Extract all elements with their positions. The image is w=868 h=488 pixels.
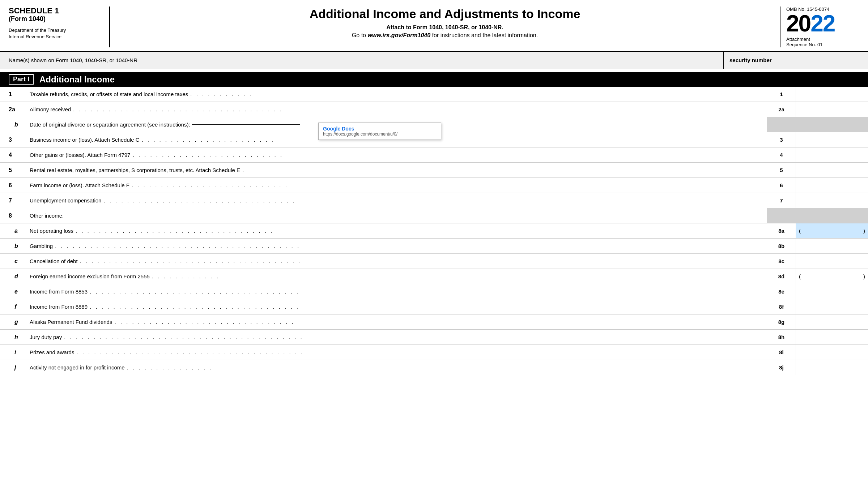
- line-value-6[interactable]: [796, 178, 868, 193]
- table-row: i Prizes and awards . . . . . . . . . . …: [0, 345, 868, 360]
- input-line-8e[interactable]: [799, 288, 865, 295]
- attach-text: Attach to Form 1040, 1040-SR, or 1040-NR…: [117, 24, 773, 31]
- line-desc-8i: Prizes and awards . . . . . . . . . . . …: [25, 345, 767, 360]
- line-desc-1: Taxable refunds, credits, or offsets of …: [25, 87, 767, 102]
- line-value-2a[interactable]: [796, 102, 868, 117]
- input-line-4[interactable]: [799, 151, 865, 159]
- table-row: h Jury duty pay . . . . . . . . . . . . …: [0, 330, 868, 345]
- table-row: f Income from Form 8889 . . . . . . . . …: [0, 299, 868, 314]
- line-number-1: 1: [0, 87, 25, 102]
- line-number-2b: b: [0, 117, 25, 132]
- attachment-text: Attachment Sequence No. 01: [786, 37, 859, 47]
- line-value-7[interactable]: [796, 193, 868, 208]
- input-line-8d[interactable]: [801, 273, 863, 280]
- input-line-8i[interactable]: [799, 348, 865, 356]
- input-line-7[interactable]: [799, 197, 865, 204]
- line-desc-7: Unemployment compensation . . . . . . . …: [25, 193, 767, 208]
- input-line-3[interactable]: [799, 136, 865, 144]
- input-line-1[interactable]: [799, 90, 865, 98]
- line-value-8f[interactable]: [796, 299, 868, 314]
- table-row: e Income from Form 8853 . . . . . . . . …: [0, 284, 868, 299]
- input-line-8j[interactable]: [799, 364, 865, 371]
- line-desc-8b: Gambling . . . . . . . . . . . . . . . .…: [25, 239, 767, 253]
- part1-header: Part I Additional Income: [0, 72, 868, 87]
- line-number-2a: 2a: [0, 102, 25, 117]
- line-value-3[interactable]: [796, 132, 868, 147]
- line-desc-5: Rental real estate, royalties, partnersh…: [25, 163, 767, 177]
- line-value-1[interactable]: [796, 87, 868, 102]
- line-value-8g[interactable]: [796, 314, 868, 329]
- table-row: a Net operating loss . . . . . . . . . .…: [0, 223, 868, 239]
- line-number-8c: c: [0, 254, 25, 269]
- line-desc-8a: Net operating loss . . . . . . . . . . .…: [25, 223, 767, 238]
- table-row: g Alaska Permanent Fund dividends . . . …: [0, 314, 868, 330]
- line-desc-8h: Jury duty pay . . . . . . . . . . . . . …: [25, 330, 767, 344]
- input-line-2a[interactable]: [799, 106, 865, 113]
- line-desc-8j: Activity not engaged in for profit incom…: [25, 360, 767, 375]
- line-box-8a: 8a: [767, 223, 796, 238]
- line-box-3: 3: [767, 132, 796, 147]
- line-box-5: 5: [767, 163, 796, 177]
- input-line-8h[interactable]: [799, 333, 865, 341]
- name-row: Name(s) shown on Form 1040, 1040-SR, or …: [0, 52, 868, 69]
- line-desc-8c: Cancellation of debt . . . . . . . . . .…: [25, 254, 767, 269]
- line-value-8j[interactable]: [796, 360, 868, 375]
- header-left: SCHEDULE 1 (Form 1040) Department of the…: [9, 7, 110, 47]
- line-number-8g: g: [0, 314, 25, 329]
- line-value-8b[interactable]: [796, 239, 868, 253]
- input-line-8c[interactable]: [799, 257, 865, 265]
- line-value-8e[interactable]: [796, 284, 868, 299]
- line-value-8d[interactable]: ( ): [796, 269, 868, 284]
- table-row: d Foreign earned income exclusion from F…: [0, 269, 868, 284]
- line-number-4: 4: [0, 147, 25, 162]
- line-number-8h: h: [0, 330, 25, 344]
- header: SCHEDULE 1 (Form 1040) Department of the…: [0, 0, 868, 52]
- table-row: 5 Rental real estate, royalties, partner…: [0, 163, 868, 178]
- line-box-8i: 8i: [767, 345, 796, 360]
- table-row: 1 Taxable refunds, credits, or offsets o…: [0, 87, 868, 102]
- line-number-5: 5: [0, 163, 25, 177]
- line-value-8c[interactable]: [796, 254, 868, 269]
- line-box-1: 1: [767, 87, 796, 102]
- line-box-8f: 8f: [767, 299, 796, 314]
- line-box-8e: 8e: [767, 284, 796, 299]
- line-box-8d: 8d: [767, 269, 796, 284]
- line-number-8d: d: [0, 269, 25, 284]
- table-row: 2a Alimony received . . . . . . . . . . …: [0, 102, 868, 117]
- table-row: b Gambling . . . . . . . . . . . . . . .…: [0, 239, 868, 254]
- date-underline: [192, 124, 300, 125]
- line-value-8i[interactable]: [796, 345, 868, 360]
- input-line-6[interactable]: [799, 181, 865, 189]
- input-line-8b[interactable]: [799, 242, 865, 250]
- line-desc-6: Farm income or (loss). Attach Schedule F…: [25, 178, 767, 193]
- line-box-8b: 8b: [767, 239, 796, 253]
- line-desc-8f: Income from Form 8889 . . . . . . . . . …: [25, 299, 767, 314]
- line-box-2b: [767, 117, 796, 132]
- line-desc-8g: Alaska Permanent Fund dividends . . . . …: [25, 314, 767, 329]
- year-display: 2022: [786, 12, 859, 35]
- table-row: 4 Other gains or (losses). Attach Form 4…: [0, 147, 868, 163]
- header-right: OMB No. 1545-0074 2022 Attachment Sequen…: [780, 7, 859, 47]
- table-row: j Activity not engaged in for profit inc…: [0, 360, 868, 375]
- line-number-7: 7: [0, 193, 25, 208]
- line-number-8i: i: [0, 345, 25, 360]
- schedule-title: SCHEDULE 1: [9, 7, 102, 15]
- line-number-6: 6: [0, 178, 25, 193]
- line-value-4[interactable]: [796, 147, 868, 162]
- ssn-area: security number: [723, 52, 868, 69]
- line-desc-8e: Income from Form 8853 . . . . . . . . . …: [25, 284, 767, 299]
- input-line-8a[interactable]: [801, 227, 863, 235]
- header-center: Additional Income and Adjustments to Inc…: [110, 7, 780, 47]
- input-line-5[interactable]: [799, 166, 865, 174]
- line-box-7: 7: [767, 193, 796, 208]
- line-box-4: 4: [767, 147, 796, 162]
- part1-badge: Part I: [9, 74, 34, 85]
- line-value-5[interactable]: [796, 163, 868, 177]
- line-value-8h[interactable]: [796, 330, 868, 344]
- input-line-8f[interactable]: [799, 303, 865, 311]
- line-value-8a[interactable]: ( ): [796, 223, 868, 238]
- tooltip-url: https://docs.google.com/document/u/0/: [323, 132, 437, 137]
- input-line-8g[interactable]: [799, 318, 865, 326]
- line-box-8c: 8c: [767, 254, 796, 269]
- table-row: 6 Farm income or (loss). Attach Schedule…: [0, 178, 868, 193]
